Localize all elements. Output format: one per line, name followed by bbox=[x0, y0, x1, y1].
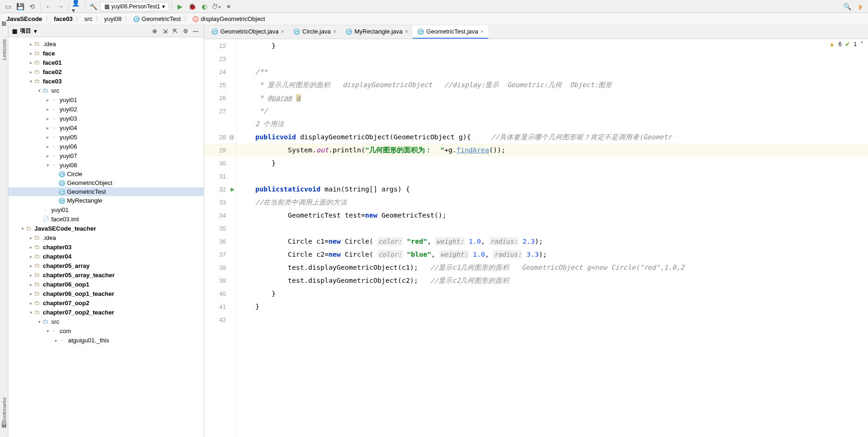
close-icon[interactable]: × bbox=[281, 28, 284, 35]
run-config-label: yuyi06.PersonTest1 bbox=[111, 3, 160, 10]
warning-icon: ▲ bbox=[829, 41, 835, 48]
minimize-icon[interactable]: — bbox=[191, 27, 200, 35]
main-toolbar: ▭ 💾 ⟲ ← → 👤▾ 🔨 ▦ yuyi06.PersonTest1 ▾ ▶ … bbox=[0, 0, 868, 13]
tree-item[interactable]: C GeometricObject bbox=[8, 178, 204, 187]
tree-item[interactable]: ▸▫yuyi05 bbox=[8, 132, 204, 142]
close-icon[interactable]: × bbox=[480, 28, 484, 35]
open-icon[interactable]: ▭ bbox=[3, 1, 13, 12]
run-icon[interactable]: ▶ bbox=[175, 1, 185, 12]
sidebar-tab-project[interactable]: 项目 bbox=[0, 28, 8, 32]
tree-item[interactable]: ▸🗀chapter06_oop1 bbox=[8, 280, 204, 289]
collapse-icon[interactable]: ⇱ bbox=[171, 27, 179, 35]
run-config-dropdown[interactable]: ▦ yuyi06.PersonTest1 ▾ bbox=[100, 2, 169, 11]
save-icon[interactable]: 💾 bbox=[15, 1, 25, 12]
settings-icon[interactable]: ⚙ bbox=[181, 27, 190, 35]
editor-tabs: CGeometricObject.java×CCircle.java×CMyRe… bbox=[204, 25, 868, 39]
tree-item[interactable]: ▫yuyi01 bbox=[8, 205, 204, 214]
user-icon[interactable]: 👤▾ bbox=[72, 1, 82, 12]
tree-item[interactable]: ▸🗀face01 bbox=[8, 58, 204, 67]
tree-item[interactable]: ▸🗀.idea bbox=[8, 39, 204, 48]
panel-title: 项目 bbox=[20, 27, 31, 35]
runconfig-icon: ▦ bbox=[104, 3, 109, 10]
crumb-3[interactable]: yuyi08 bbox=[101, 15, 124, 22]
target-icon[interactable]: ⊕ bbox=[150, 27, 159, 35]
profile-icon[interactable]: ⏱▾ bbox=[212, 1, 222, 12]
debug-icon[interactable]: 🐞 bbox=[187, 1, 198, 12]
left-tool-sidebar: 项目 Leetcode Bookmarks 结构 bbox=[0, 25, 8, 437]
code-editor[interactable]: } /** * 显示几何图形的面积 displayGeometricObject… bbox=[237, 39, 868, 437]
back-icon[interactable]: ← bbox=[43, 1, 54, 12]
tree-item[interactable]: ▸🗀chapter06_oop1_teacher bbox=[8, 289, 204, 298]
crumb-1[interactable]: face03 bbox=[51, 15, 75, 22]
tree-item[interactable]: ▸▫yuyi06 bbox=[8, 142, 204, 151]
search-icon[interactable]: 🔍 bbox=[842, 1, 852, 12]
tree-item[interactable]: ▸▫yuyi02 bbox=[8, 104, 204, 114]
sync-icon[interactable]: ⟲ bbox=[27, 1, 37, 12]
check-icon: ✔ bbox=[845, 41, 850, 48]
tree-item[interactable]: ▾🗀src bbox=[8, 317, 204, 326]
tree-item[interactable]: ▸🗀chapter05_array_teacher bbox=[8, 270, 204, 280]
hammer-icon[interactable]: 🔨 bbox=[88, 1, 98, 12]
class-icon: C bbox=[417, 28, 424, 35]
editor-area: CGeometricObject.java×CCircle.java×CMyRe… bbox=[204, 25, 868, 437]
editor-tab[interactable]: CGeometricObject.java× bbox=[207, 25, 289, 39]
tree-item[interactable]: ▸▫yuyi04 bbox=[8, 123, 204, 132]
expand-icon[interactable]: ⇲ bbox=[161, 27, 169, 35]
project-icon: ▦ bbox=[12, 28, 17, 34]
warn-count: 6 bbox=[839, 41, 842, 48]
sidebar-tab-bookmarks[interactable]: Bookmarks bbox=[1, 396, 7, 425]
tree-item[interactable]: ▸🗀chapter05_array bbox=[8, 261, 204, 270]
crumb-4[interactable]: CGeometricTest bbox=[130, 15, 184, 22]
check-count: 1 bbox=[854, 41, 857, 48]
chevron-down-icon: ▾ bbox=[162, 3, 165, 10]
project-tree[interactable]: ▸🗀.idea▸🗀face▸🗀face01▸🗀face02▾🗀face03▾🗀s… bbox=[8, 37, 204, 437]
chevron-up-icon[interactable]: ˄ bbox=[861, 41, 863, 48]
method-icon: m bbox=[192, 16, 199, 22]
tree-item[interactable]: C Circle bbox=[8, 170, 204, 178]
editor-tab[interactable]: CGeometricTest.java× bbox=[413, 25, 488, 39]
class-icon: C bbox=[133, 16, 140, 22]
tree-item[interactable]: ▸🗀chapter04 bbox=[8, 252, 204, 261]
forward-icon[interactable]: → bbox=[55, 1, 66, 12]
tree-item[interactable]: ▸▫yuyi07 bbox=[8, 151, 204, 160]
tree-item[interactable]: ▸🗀face02 bbox=[8, 67, 204, 76]
tree-item[interactable]: ▸▫atguigu01._this bbox=[8, 335, 204, 345]
user2-icon[interactable]: ◗ bbox=[855, 1, 865, 12]
breadcrumb: JavaSEcode〉 face03〉 src〉 yuyi08〉 CGeomet… bbox=[0, 13, 868, 25]
class-icon: C bbox=[212, 28, 218, 35]
class-icon: C bbox=[294, 28, 300, 35]
tree-item[interactable]: ▸🗀face bbox=[8, 48, 204, 58]
tree-item[interactable]: ▾🗀src bbox=[8, 86, 204, 95]
tree-item[interactable]: ▾🗀chapter07_oop2_teacher bbox=[8, 307, 204, 317]
crumb-5[interactable]: mdisplayGeometricObject bbox=[190, 15, 268, 22]
crumb-0[interactable]: JavaSEcode bbox=[4, 15, 45, 22]
chevron-down-icon[interactable]: ▾ bbox=[34, 28, 37, 34]
crumb-2[interactable]: src bbox=[82, 15, 95, 22]
project-panel: ▦ 项目 ▾ ⊕ ⇲ ⇱ ⚙ — ▸🗀.idea▸🗀face▸🗀face01▸🗀… bbox=[8, 25, 204, 437]
tree-item[interactable]: ▾▫yuyi08 bbox=[8, 160, 204, 170]
coverage-icon[interactable]: ◐ bbox=[199, 1, 210, 12]
sidebar-tab-structure[interactable]: 结构 bbox=[0, 430, 8, 434]
close-icon[interactable]: × bbox=[405, 28, 408, 35]
panel-header: ▦ 项目 ▾ ⊕ ⇲ ⇱ ⚙ — bbox=[8, 25, 204, 37]
inspection-bar[interactable]: ▲6 ✔1 ˄ bbox=[829, 41, 863, 48]
gutter[interactable]: 22232425262728@29303132▶3334353637383940… bbox=[204, 39, 237, 437]
tree-item[interactable]: C GeometricTest bbox=[8, 187, 204, 196]
close-icon[interactable]: × bbox=[333, 28, 336, 35]
tree-item[interactable]: ▸🗀chapter07_oop2 bbox=[8, 298, 204, 307]
tree-item[interactable]: 📄face03.iml bbox=[8, 214, 204, 224]
class-icon: C bbox=[346, 28, 352, 35]
tree-item[interactable]: C MyRectangle bbox=[8, 196, 204, 205]
tree-item[interactable]: ▸▫yuyi01 bbox=[8, 95, 204, 104]
tree-item[interactable]: ▸🗀.idea bbox=[8, 233, 204, 242]
tree-item[interactable]: ▾🗀face03 bbox=[8, 76, 204, 86]
tree-item[interactable]: ▸▫yuyi03 bbox=[8, 114, 204, 123]
editor-tab[interactable]: CMyRectangle.java× bbox=[341, 25, 413, 39]
sidebar-tab-leetcode[interactable]: Leetcode bbox=[1, 37, 7, 62]
editor-tab[interactable]: CCircle.java× bbox=[289, 25, 341, 39]
tree-item[interactable]: ▾🗀JavaSECode_teacher bbox=[8, 224, 204, 233]
tree-item[interactable]: ▸🗀chapter03 bbox=[8, 242, 204, 252]
stop-icon[interactable]: ■ bbox=[224, 1, 234, 12]
tree-item[interactable]: ▾▫com bbox=[8, 326, 204, 335]
